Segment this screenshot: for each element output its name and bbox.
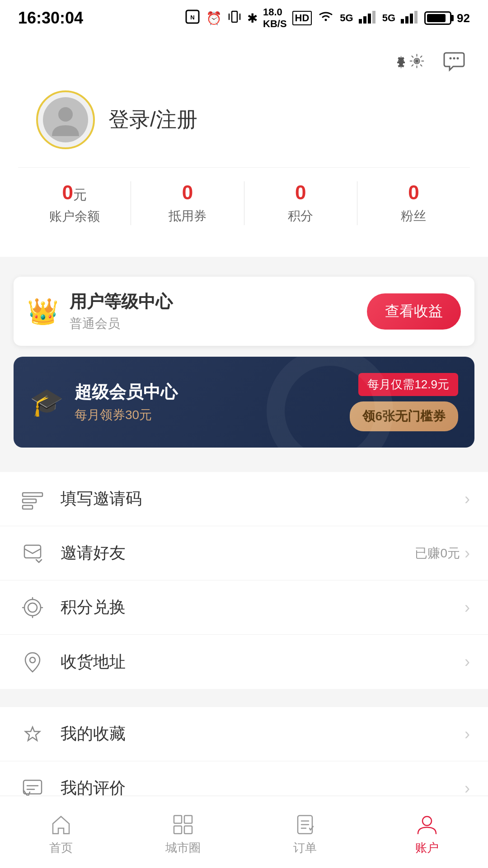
svg-point-16 <box>450 57 452 60</box>
bluetooth-icon: ✱ <box>247 11 258 26</box>
signal-bars-2-icon <box>401 10 419 27</box>
menu-item-invite-code[interactable]: 填写邀请码 › <box>0 472 488 526</box>
stats-row: 0元 账户余额 0 抵用券 0 积分 0 粉丝 <box>18 167 470 243</box>
chevron-icon-6: › <box>465 779 470 798</box>
city-icon <box>171 813 195 836</box>
chevron-icon: › <box>465 490 470 509</box>
vip-info: 👑 用户等级中心 普通会员 <box>27 290 173 332</box>
super-vip-info: 🎓 超级会员中心 每月领券30元 <box>30 381 178 424</box>
login-link[interactable]: 登录/注册 <box>108 106 197 134</box>
stat-points[interactable]: 0 积分 <box>244 181 357 225</box>
battery-icon <box>424 11 451 25</box>
svg-point-17 <box>453 57 455 60</box>
signal-5g-2-icon: 5G <box>382 12 395 24</box>
signal-bars-icon <box>359 10 377 27</box>
svg-rect-22 <box>23 505 33 509</box>
wifi-icon <box>317 10 334 27</box>
points-exchange-icon <box>18 593 47 622</box>
chevron-icon-2: › <box>465 544 470 563</box>
signal-5g-icon: 5G <box>340 12 353 24</box>
nav-city-label: 城市圈 <box>165 840 201 856</box>
chevron-icon-3: › <box>465 598 470 617</box>
stat-balance[interactable]: 0元 账户余额 <box>18 181 131 225</box>
bottom-nav: 首页 城市圈 订单 账户 <box>0 796 488 868</box>
orders-icon <box>293 813 317 836</box>
super-vip-title: 超级会员中心 <box>75 381 178 404</box>
svg-rect-36 <box>174 816 182 823</box>
data-speed-icon: 18.0KB/S <box>263 6 287 30</box>
avatar[interactable] <box>36 90 95 149</box>
svg-rect-21 <box>23 499 36 503</box>
super-vip-subtitle: 每月领券30元 <box>75 406 178 424</box>
svg-rect-7 <box>368 14 371 24</box>
invite-earned: 已赚0元 <box>415 545 460 562</box>
status-bar: 16:30:04 N ⏰ ✱ 18.0KB/S HD 5G 5G <box>0 0 488 36</box>
vip-level-card[interactable]: 👑 用户等级中心 普通会员 查看收益 <box>14 277 474 346</box>
menu-item-points[interactable]: 积分兑换 › <box>0 580 488 635</box>
menu-item-invite-friend[interactable]: 邀请好友 已赚0元 › <box>0 526 488 580</box>
points-label: 积分 <box>288 208 313 225</box>
invite-friend-label: 邀请好友 <box>61 542 415 564</box>
profile-section[interactable]: 登录/注册 <box>18 90 470 167</box>
svg-text:N: N <box>190 14 194 21</box>
svg-rect-8 <box>372 11 375 24</box>
svg-rect-10 <box>405 16 408 24</box>
invite-code-right: › <box>465 490 470 509</box>
points-right: › <box>465 598 470 617</box>
stat-coupon[interactable]: 0 抵用券 <box>131 181 244 225</box>
svg-rect-11 <box>410 14 413 24</box>
fans-value: 0 <box>408 181 419 204</box>
address-right: › <box>465 652 470 671</box>
favorites-icon <box>18 720 47 749</box>
svg-rect-20 <box>23 493 42 496</box>
nav-account[interactable]: 账户 <box>366 808 488 856</box>
nav-orders[interactable]: 订单 <box>244 808 366 856</box>
invite-friend-icon <box>18 539 47 568</box>
chat-button[interactable] <box>438 45 470 77</box>
menu-item-address[interactable]: 收货地址 › <box>0 635 488 689</box>
svg-rect-5 <box>359 19 362 24</box>
svg-point-25 <box>28 603 37 612</box>
svg-rect-38 <box>174 826 182 834</box>
menu-item-favorites[interactable]: 我的收藏 › <box>0 707 488 761</box>
vibrate-icon <box>227 9 242 27</box>
header-icons <box>18 45 470 77</box>
balance-value: 0元 <box>62 181 86 204</box>
price-badge: 每月仅需12.9元 <box>358 373 458 396</box>
avatar-image <box>43 97 88 142</box>
crown-icon: 👑 <box>27 297 59 326</box>
svg-rect-37 <box>184 816 192 823</box>
view-earnings-button[interactable]: 查看收益 <box>367 293 461 330</box>
favorites-label: 我的收藏 <box>61 723 465 745</box>
nav-account-label: 账户 <box>415 840 439 856</box>
svg-rect-27 <box>23 780 42 794</box>
invite-friend-right: 已赚0元 › <box>415 544 470 563</box>
battery-percent: 92 <box>457 11 470 25</box>
svg-rect-2 <box>232 11 237 22</box>
settings-button[interactable] <box>393 45 425 77</box>
svg-rect-9 <box>401 19 404 24</box>
hd-icon: HD <box>292 11 312 25</box>
svg-rect-39 <box>184 826 192 834</box>
nav-home-label: 首页 <box>49 840 73 856</box>
favorites-right: › <box>465 725 470 744</box>
nav-home[interactable]: 首页 <box>0 808 122 856</box>
svg-rect-12 <box>414 11 418 24</box>
chevron-icon-4: › <box>465 652 470 671</box>
stat-fans[interactable]: 0 粉丝 <box>357 181 470 225</box>
svg-point-26 <box>30 657 35 663</box>
invite-code-icon <box>18 485 47 514</box>
points-value: 0 <box>295 181 306 204</box>
status-icons: N ⏰ ✱ 18.0KB/S HD 5G 5G 92 <box>184 6 470 30</box>
get-coupon-button[interactable]: 领6张无门槛券 <box>350 401 458 431</box>
graduation-icon: 🎓 <box>30 386 64 418</box>
svg-point-18 <box>457 57 459 60</box>
nav-city[interactable]: 城市圈 <box>122 808 244 856</box>
vip-title: 用户等级中心 <box>70 290 173 313</box>
header: 登录/注册 0元 账户余额 0 抵用券 0 积分 0 粉丝 <box>0 36 488 257</box>
super-vip-right: 每月仅需12.9元 领6张无门槛券 <box>350 373 458 431</box>
chevron-icon-5: › <box>465 725 470 744</box>
svg-point-24 <box>24 599 41 616</box>
super-vip-banner[interactable]: 🎓 超级会员中心 每月领券30元 每月仅需12.9元 领6张无门槛券 <box>14 357 474 448</box>
invite-code-label: 填写邀请码 <box>61 488 465 510</box>
